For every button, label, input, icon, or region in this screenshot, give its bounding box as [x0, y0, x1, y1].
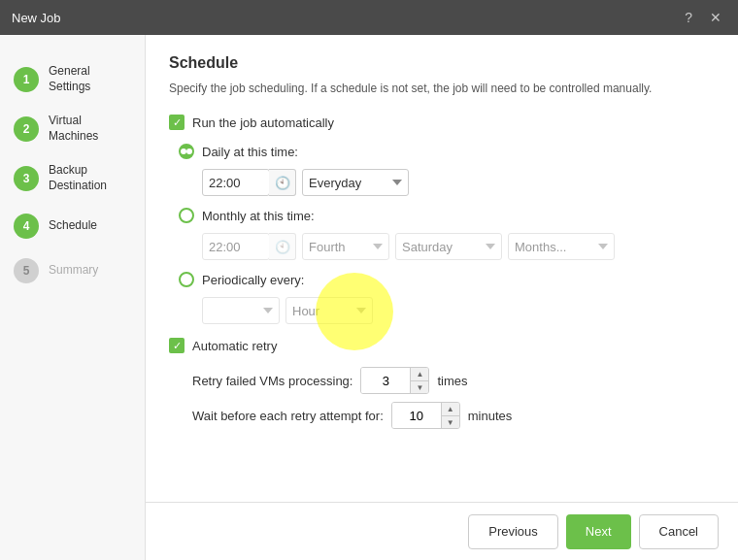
step-circle-1: 1 [14, 67, 39, 92]
monthly-label: Monthly at this time: [202, 209, 315, 223]
step-circle-5: 5 [14, 258, 39, 283]
title-bar: New Job ? ✕ [0, 0, 738, 35]
monthly-months-select[interactable]: Months... [508, 233, 615, 260]
monthly-radio[interactable] [179, 208, 194, 223]
main: Schedule Specify the job scheduling. If … [146, 35, 738, 502]
sidebar-item-backup-destination[interactable]: 3 BackupDestination [0, 153, 145, 203]
automatic-retry-checkbox[interactable] [169, 338, 184, 353]
close-button[interactable]: ✕ [705, 8, 726, 27]
daily-time-input[interactable] [202, 169, 270, 196]
retry-failed-label: Retry failed VMs processing: [192, 374, 352, 388]
periodically-value-select[interactable]: 1 2 4 6 8 12 [202, 297, 280, 324]
run-automatically-checkbox[interactable] [169, 115, 184, 130]
content: 1 GeneralSettings 2 VirtualMachines 3 Ba… [0, 35, 738, 560]
monthly-time-input[interactable] [202, 233, 270, 260]
section-title: Schedule [169, 54, 715, 72]
daily-clock-icon[interactable]: 🕙 [269, 169, 296, 196]
sidebar: 1 GeneralSettings 2 VirtualMachines 3 Ba… [0, 35, 146, 560]
periodically-radio[interactable] [179, 272, 194, 287]
periodically-radio-row: Periodically every: [179, 272, 715, 287]
window-title: New Job [12, 11, 61, 25]
step-circle-3: 3 [14, 166, 39, 191]
schedule-options: Daily at this time: 🕙 Everyday Weekdays … [179, 144, 715, 324]
retry-section: Automatic retry Retry failed VMs process… [169, 338, 715, 429]
monthly-controls: 🕙 Fourth First Second Third Last Saturda… [202, 233, 715, 260]
wait-retry-row: Wait before each retry attempt for: ▲ ▼ … [192, 402, 715, 429]
wait-input-wrap: ▲ ▼ [391, 402, 460, 429]
retry-times-input-wrap: ▲ ▼ [360, 367, 429, 394]
previous-button[interactable]: Previous [468, 514, 558, 549]
retry-times-up[interactable]: ▲ [411, 368, 428, 380]
wait-up[interactable]: ▲ [442, 403, 459, 415]
main-wrapper: Schedule Specify the job scheduling. If … [146, 35, 738, 560]
footer: Previous Next Cancel [146, 502, 738, 560]
retry-times-unit: times [437, 374, 467, 388]
run-automatically-row: Run the job automatically [169, 115, 715, 130]
wait-spinner: ▲ ▼ [441, 403, 459, 428]
sidebar-label-summary: Summary [49, 263, 98, 279]
sidebar-item-summary[interactable]: 5 Summary [0, 248, 145, 293]
monthly-radio-row: Monthly at this time: [179, 208, 715, 223]
sidebar-item-schedule[interactable]: 4 Schedule [0, 204, 145, 248]
automatic-retry-label: Automatic retry [192, 339, 277, 353]
next-button[interactable]: Next [566, 514, 631, 549]
sidebar-label-general: GeneralSettings [49, 64, 90, 94]
wait-unit: minutes [468, 409, 513, 423]
wait-input[interactable] [392, 403, 441, 428]
retry-failed-row: Retry failed VMs processing: ▲ ▼ times [192, 367, 715, 394]
retry-times-spinner: ▲ ▼ [410, 368, 428, 393]
automatic-retry-row: Automatic retry [169, 338, 715, 353]
daily-controls: 🕙 Everyday Weekdays Weekends [202, 169, 715, 196]
wait-down[interactable]: ▼ [442, 415, 459, 428]
monthly-clock-icon[interactable]: 🕙 [269, 233, 296, 260]
cancel-button[interactable]: Cancel [639, 514, 719, 549]
monthly-week-select[interactable]: Fourth First Second Third Last [302, 233, 389, 260]
periodically-unit-select[interactable]: Hour Minute [285, 297, 373, 324]
help-button[interactable]: ? [680, 8, 697, 27]
daily-radio[interactable] [179, 144, 194, 159]
sidebar-label-schedule: Schedule [49, 218, 97, 234]
periodically-controls: 1 2 4 6 8 12 Hour Minute [202, 297, 715, 324]
window: New Job ? ✕ 1 GeneralSettings 2 VirtualM… [0, 0, 738, 560]
sidebar-label-vm: VirtualMachines [49, 114, 98, 144]
daily-radio-row: Daily at this time: [179, 144, 715, 159]
sidebar-item-general[interactable]: 1 GeneralSettings [0, 54, 145, 104]
title-bar-controls: ? ✕ [680, 8, 726, 27]
sidebar-label-backup: BackupDestination [49, 163, 107, 193]
daily-label: Daily at this time: [202, 145, 298, 159]
step-circle-4: 4 [14, 214, 39, 239]
section-description: Specify the job scheduling. If a schedul… [169, 80, 715, 97]
step-circle-2: 2 [14, 116, 39, 142]
monthly-day-select[interactable]: Saturday Monday Tuesday Wednesday Thursd… [395, 233, 502, 260]
retry-times-input[interactable] [361, 368, 410, 393]
sidebar-item-virtual-machines[interactable]: 2 VirtualMachines [0, 104, 145, 153]
periodically-label: Periodically every: [202, 273, 305, 287]
daily-frequency-select[interactable]: Everyday Weekdays Weekends [302, 169, 409, 196]
retry-times-down[interactable]: ▼ [411, 380, 428, 393]
wait-label: Wait before each retry attempt for: [192, 409, 384, 423]
run-automatically-label: Run the job automatically [192, 115, 334, 130]
